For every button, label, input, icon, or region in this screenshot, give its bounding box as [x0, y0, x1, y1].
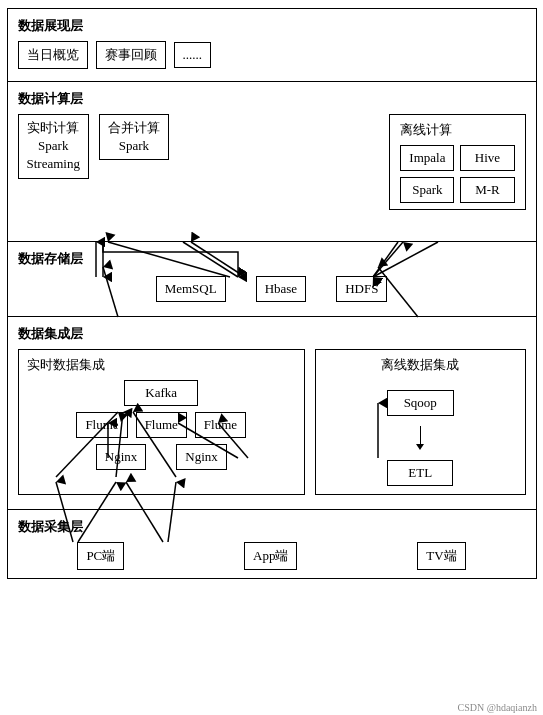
- integration-layer-label: 数据集成层: [18, 325, 526, 343]
- nginx-row: Nginx Nginx: [96, 444, 227, 470]
- flume-row: Flume Flume Flume: [76, 412, 246, 438]
- merge-compute-box: 合并计算 Spark: [99, 114, 169, 179]
- box-mr: M-R: [460, 177, 514, 203]
- box-sqoop: Sqoop: [387, 390, 454, 416]
- box-etl: ETL: [387, 460, 453, 486]
- merge-label-box: 合并计算 Spark: [99, 114, 169, 160]
- presentation-items-row: 当日概览 赛事回顾 ......: [18, 41, 526, 69]
- realtime-integration-label: 实时数据集成: [27, 356, 297, 374]
- integration-inner: 实时数据集成 Kafka Flume Flume Flume Nginx: [18, 349, 526, 495]
- collection-items-row: PC端 App端 TV端: [18, 542, 526, 570]
- box-nginx-1: Nginx: [96, 444, 147, 470]
- compute-layer: 数据计算层 实时计算 Spark Streaming 合并计算 Spark: [8, 82, 536, 242]
- collection-layer-label: 数据采集层: [18, 518, 526, 536]
- architecture-diagram: 数据展现层 当日概览 赛事回顾 ...... 数据计算层 实时计算 Spark …: [7, 8, 537, 579]
- sqoop-etl-connector: [416, 426, 424, 450]
- realtime-inner: Kafka Flume Flume Flume Nginx Nginx: [27, 380, 297, 470]
- box-hive: Hive: [460, 145, 514, 171]
- kafka-row: Kafka: [27, 380, 297, 406]
- compute-left: 实时计算 Spark Streaming 合并计算 Spark: [18, 114, 169, 179]
- presentation-layer-label: 数据展现层: [18, 17, 526, 35]
- offline-compute-label: 离线计算: [400, 121, 514, 139]
- box-impala: Impala: [400, 145, 454, 171]
- storage-layer-label: 数据存储层: [18, 250, 526, 268]
- integration-layer: 数据集成层 实时数据集成 Kafka Flume Flume Flume: [8, 317, 536, 510]
- realtime-compute-box: 实时计算 Spark Streaming: [18, 114, 89, 179]
- box-pc: PC端: [77, 542, 124, 570]
- presentation-layer: 数据展现层 当日概览 赛事回顾 ......: [8, 9, 536, 82]
- realtime-integration-section: 实时数据集成 Kafka Flume Flume Flume Nginx: [18, 349, 306, 495]
- box-hdfs: HDFS: [336, 276, 387, 302]
- box-tv: TV端: [417, 542, 465, 570]
- collection-layer: 数据采集层 PC端 App端 TV端: [8, 510, 536, 578]
- compute-inner: 实时计算 Spark Streaming 合并计算 Spark 离线计算 Imp…: [18, 114, 526, 210]
- box-app: App端: [244, 542, 297, 570]
- offline-compute-grid: Impala Hive Spark M-R: [400, 145, 514, 203]
- box-event-review: 赛事回顾: [96, 41, 166, 69]
- realtime-label-box: 实时计算 Spark Streaming: [18, 114, 89, 179]
- box-hbase: Hbase: [256, 276, 307, 302]
- compute-layer-label: 数据计算层: [18, 90, 526, 108]
- offline-integration-label: 离线数据集成: [381, 356, 459, 374]
- box-spark-offline: Spark: [400, 177, 454, 203]
- box-nginx-2: Nginx: [176, 444, 227, 470]
- box-flume-1: Flume: [76, 412, 127, 438]
- watermark: CSDN @hdaqianzh: [458, 702, 537, 713]
- box-flume-2: Flume: [136, 412, 187, 438]
- box-memsql: MemSQL: [156, 276, 226, 302]
- storage-layer: 数据存储层 MemSQL Hbase HDFS: [8, 242, 536, 317]
- offline-integration-section: 离线数据集成 Sqoop ETL: [315, 349, 526, 495]
- storage-items-row: MemSQL Hbase HDFS: [18, 276, 526, 302]
- box-flume-3: Flume: [195, 412, 246, 438]
- box-kafka: Kafka: [124, 380, 198, 406]
- box-daily-overview: 当日概览: [18, 41, 88, 69]
- offline-compute-section: 离线计算 Impala Hive Spark M-R: [389, 114, 525, 210]
- box-more: ......: [174, 42, 212, 68]
